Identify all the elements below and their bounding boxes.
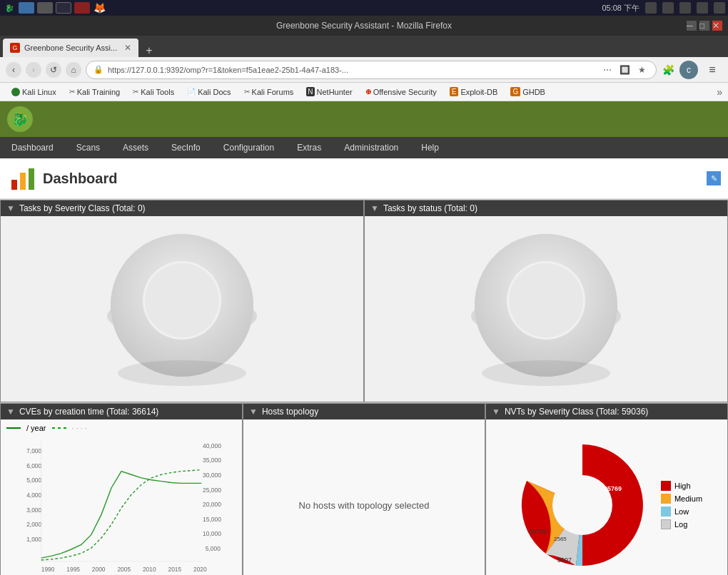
bookmark-kali-docs[interactable]: 📄 Kali Docs — [181, 86, 236, 98]
svg-text:2010: 2010 — [143, 566, 156, 573]
bookmark-ghdb[interactable]: G GHDB — [505, 86, 551, 98]
bookmark-kali-tools-label: Kali Tools — [141, 88, 174, 96]
bookmark-kali-forums[interactable]: ✂ Kali Forums — [238, 86, 300, 98]
topology-collapse-button[interactable]: ▼ — [249, 407, 258, 417]
tab-close-button[interactable]: ✕ — [124, 43, 131, 53]
legend-low-color — [661, 507, 671, 517]
svg-rect-1 — [20, 173, 26, 190]
bookmark-kali-linux[interactable]: Kali Linux — [6, 86, 62, 98]
os-icon-1[interactable] — [19, 2, 34, 14]
window-title: Greenbone Security Assistant - Mozilla F… — [276, 21, 452, 31]
svg-text:25769: 25769 — [604, 485, 622, 492]
nvts-pie-chart: 25769 26705 3997 2565 — [511, 434, 654, 575]
os-icon-0[interactable]: 🐉 — [3, 1, 16, 14]
nvts-collapse-button[interactable]: ▼ — [492, 407, 500, 417]
legend-dashed-label: · · · · — [72, 424, 87, 432]
tab-label: Greenbone Security Assi... — [24, 44, 117, 52]
minimize-button[interactable]: ─ — [687, 21, 697, 31]
extensions-icon[interactable]: 🧩 — [661, 63, 675, 77]
svg-text:35,000: 35,000 — [203, 457, 221, 464]
page-title: Dashboard — [43, 171, 117, 187]
svg-text:2020: 2020 — [193, 566, 207, 573]
tasks-status-collapse-button[interactable]: ▼ — [370, 203, 379, 213]
bookmark-kali-forums-label: Kali Forums — [252, 88, 294, 96]
reader-icon[interactable]: ⋯ — [600, 63, 615, 77]
svg-text:2015: 2015 — [168, 566, 181, 573]
bookmark-exploit-db[interactable]: E Exploit-DB — [444, 86, 504, 98]
address-bar-icons: ⋯ 🔲 ★ — [600, 63, 649, 77]
bookmark-offensive-security[interactable]: ⊕ Offensive Security — [360, 86, 443, 98]
sys-btn-2[interactable] — [662, 2, 674, 14]
kali-forums-icon: ✂ — [244, 88, 250, 96]
sys-btn-5[interactable] — [714, 2, 725, 14]
legend-low-label: Low — [674, 507, 689, 516]
year-line-dashed — [52, 427, 66, 429]
sys-btn-3[interactable] — [679, 2, 691, 14]
svg-text:3997: 3997 — [557, 556, 572, 564]
os-icon-4[interactable] — [74, 2, 90, 14]
bookmark-exploit-db-label: Exploit-DB — [460, 88, 497, 96]
address-bar: ‹ › ↺ ⌂ 🔒 https://127.0.0.1:9392/omp?r=1… — [0, 57, 728, 83]
menu-button[interactable]: ≡ — [702, 60, 722, 80]
os-icon-2[interactable] — [37, 2, 53, 14]
exploit-db-icon: E — [450, 87, 459, 96]
bookmark-kali-tools[interactable]: ✂ Kali Tools — [127, 86, 180, 98]
legend-medium-color — [661, 494, 671, 504]
back-button[interactable]: ‹ — [6, 62, 21, 78]
svg-text:1995: 1995 — [66, 566, 80, 573]
nav-item-scans[interactable]: Scans — [65, 137, 111, 158]
system-time: 05:08 下午 — [602, 2, 725, 14]
nav-item-assets[interactable]: Assets — [111, 137, 160, 158]
cves-legend: / year · · · · — [1, 419, 242, 437]
bookmark-kali-training[interactable]: ✂ Kali Training — [64, 86, 126, 98]
tasks-status-header: ▼ Tasks by status (Total: 0) — [365, 200, 727, 216]
cves-collapse-button[interactable]: ▼ — [6, 407, 15, 417]
active-tab[interactable]: G Greenbone Security Assi... ✕ — [3, 39, 138, 57]
nav-item-administration[interactable]: Administration — [333, 137, 410, 158]
year-line-solid — [6, 427, 21, 429]
window-controls: ─ □ ✕ — [687, 21, 722, 31]
close-button[interactable]: ✕ — [712, 21, 722, 31]
svg-text:2,000: 2,000 — [26, 521, 41, 528]
new-tab-button[interactable]: + — [141, 44, 156, 57]
legend-low: Low — [661, 507, 702, 517]
nav-item-help[interactable]: Help — [410, 137, 450, 158]
bookmark-ghdb-label: GHDB — [522, 88, 545, 96]
forward-button[interactable]: › — [26, 62, 41, 78]
legend-medium-label: Medium — [674, 494, 702, 503]
bookmark-star-icon[interactable]: ★ — [635, 63, 649, 77]
svg-text:2565: 2565 — [554, 536, 567, 542]
more-bookmarks-button[interactable]: » — [717, 86, 722, 98]
hosts-topology-panel: ▼ Hosts topology No hosts with topology … — [243, 403, 485, 575]
tasks-severity-collapse-button[interactable]: ▼ — [6, 203, 15, 213]
svg-text:15,000: 15,000 — [203, 516, 221, 523]
tasks-status-body — [365, 216, 727, 402]
nav-item-extras[interactable]: Extras — [285, 137, 333, 158]
sys-btn-1[interactable] — [645, 2, 657, 14]
pocket-icon[interactable]: 🔲 — [617, 63, 632, 77]
nav-item-configuration[interactable]: Configuration — [212, 137, 285, 158]
nvts-panel: ▼ NVTs by Severity Class (Total: 59036) — [485, 403, 728, 575]
nav-item-secinfo[interactable]: SecInfo — [160, 137, 212, 158]
home-button[interactable]: ⌂ — [66, 62, 81, 78]
maximize-button[interactable]: □ — [699, 21, 709, 31]
reload-button[interactable]: ↺ — [46, 62, 61, 78]
svg-text:10,000: 10,000 — [203, 530, 221, 537]
svg-text:1,000: 1,000 — [26, 536, 41, 543]
offensive-security-icon: ⊕ — [365, 88, 371, 96]
svg-text:4,000: 4,000 — [26, 492, 41, 499]
cves-header: ▼ CVEs by creation time (Total: 36614) — [1, 404, 242, 419]
profile-icon[interactable]: c — [679, 61, 698, 79]
svg-text:25,000: 25,000 — [203, 487, 221, 494]
edit-dashboard-button[interactable]: ✎ — [707, 171, 721, 185]
firefox-icon[interactable]: 🦊 — [93, 1, 106, 14]
legend-high-color — [661, 481, 671, 491]
kali-training-icon: ✂ — [69, 88, 75, 96]
tasks-severity-donut — [96, 223, 268, 395]
sys-btn-4[interactable] — [697, 2, 708, 14]
bookmark-nethunter[interactable]: N NetHunter — [300, 86, 358, 98]
os-icon-3[interactable] — [56, 2, 71, 14]
url-bar[interactable]: 🔒 https://127.0.0.1:9392/omp?r=1&token=f… — [86, 61, 657, 79]
ghdb-icon: G — [510, 87, 520, 96]
nav-item-dashboard[interactable]: Dashboard — [0, 137, 65, 158]
